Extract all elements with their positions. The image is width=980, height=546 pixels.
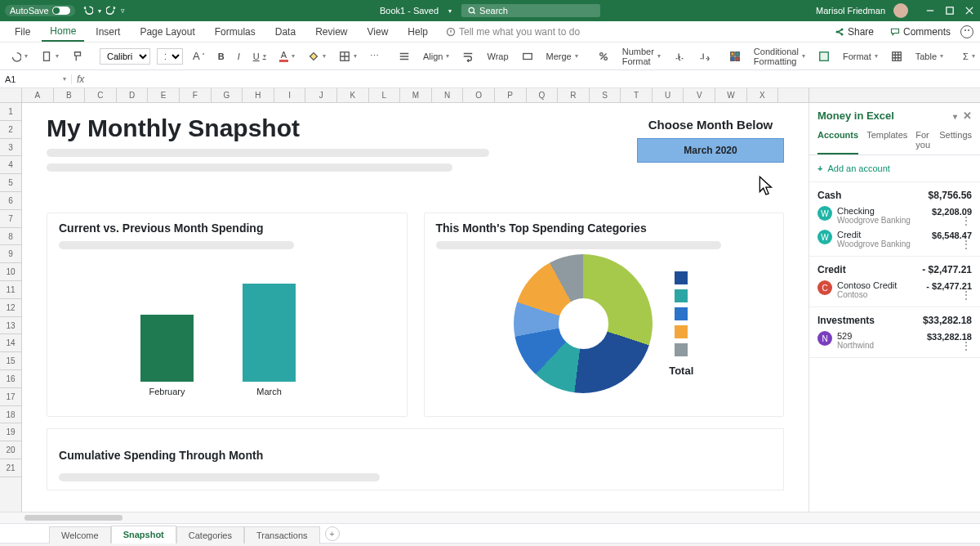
more-icon[interactable]: ⋮ <box>927 342 972 350</box>
row-header[interactable]: 11 <box>0 281 21 299</box>
ribbon-tab-formulas[interactable]: Formulas <box>207 23 264 41</box>
column-header[interactable]: C <box>85 88 117 102</box>
ribbon-tab-insert[interactable]: Insert <box>87 23 128 41</box>
row-header[interactable]: 2 <box>0 121 21 139</box>
paste-button[interactable] <box>38 49 62 64</box>
account-item[interactable]: C Contoso CreditContoso $2,477.21⋮ <box>817 278 972 302</box>
add-account-button[interactable]: + Add an account <box>809 155 980 182</box>
worksheet-area[interactable]: My Monthly Snapshot Choose Month Below M… <box>22 103 808 512</box>
panel-tab-templates[interactable]: Templates <box>866 125 907 154</box>
row-header[interactable]: 14 <box>0 334 21 352</box>
sheet-tab-snapshot[interactable]: Snapshot <box>111 526 176 544</box>
column-header[interactable]: S <box>590 88 621 102</box>
column-header[interactable]: V <box>684 88 715 102</box>
row-header[interactable]: 17 <box>0 388 21 406</box>
align-button[interactable]: Align <box>420 50 452 63</box>
panel-close-icon[interactable]: ✕ <box>963 110 972 122</box>
column-header[interactable]: T <box>621 88 653 102</box>
column-header[interactable]: Q <box>527 88 559 102</box>
horizontal-scrollbar[interactable] <box>0 512 980 523</box>
more-font-button[interactable]: ⋯ <box>367 49 382 63</box>
underline-button[interactable]: U <box>250 50 270 63</box>
close-button[interactable] <box>964 5 975 16</box>
bold-button[interactable]: B <box>215 50 228 63</box>
account-item[interactable]: W CreditWoodgrove Banking $6,548.47⋮ <box>817 227 972 251</box>
account-item[interactable]: W CheckingWoodgrove Banking $2,208.09⋮ <box>817 204 972 227</box>
share-button[interactable]: Share <box>828 23 880 41</box>
percent-icon[interactable] <box>595 49 612 64</box>
more-icon[interactable]: ⋮ <box>926 291 972 299</box>
row-header[interactable]: 19 <box>0 423 21 441</box>
row-header[interactable]: 18 <box>0 406 21 424</box>
row-header[interactable]: 3 <box>0 139 21 157</box>
ribbon-tab-help[interactable]: Help <box>399 23 436 41</box>
column-header[interactable]: L <box>369 88 401 102</box>
row-header[interactable]: 12 <box>0 299 21 317</box>
increase-font-button[interactable]: A˄ <box>189 48 208 64</box>
panel-tab-for-you[interactable]: For you <box>915 125 931 154</box>
column-header[interactable]: U <box>653 88 684 102</box>
row-header[interactable]: 16 <box>0 370 21 388</box>
column-header[interactable]: K <box>337 88 369 102</box>
font-color-button[interactable]: A <box>276 48 298 64</box>
account-item[interactable]: N 529Northwind $33,282.18⋮ <box>817 329 972 352</box>
column-header[interactable]: W <box>715 88 747 102</box>
row-header[interactable]: 13 <box>0 317 21 335</box>
column-header[interactable]: O <box>463 88 495 102</box>
column-header[interactable]: J <box>305 88 337 102</box>
column-header[interactable]: I <box>274 88 306 102</box>
column-header[interactable]: M <box>400 88 432 102</box>
ribbon-tab-home[interactable]: Home <box>42 22 84 42</box>
minimize-button[interactable] <box>924 5 936 16</box>
column-header[interactable]: A <box>22 88 54 102</box>
fx-icon[interactable]: fx <box>72 74 89 85</box>
column-header[interactable]: H <box>243 88 274 102</box>
conditional-formatting-button[interactable]: Conditional Formatting <box>751 45 808 68</box>
undo-split-button[interactable] <box>7 49 31 64</box>
panel-menu-icon[interactable]: ▾ <box>953 112 957 121</box>
format-button[interactable]: Format <box>840 50 881 63</box>
column-header[interactable]: E <box>148 88 180 102</box>
row-header[interactable]: 8 <box>0 228 21 246</box>
formula-input[interactable] <box>89 70 980 87</box>
more-icon[interactable]: ⋮ <box>932 217 972 225</box>
maximize-button[interactable] <box>944 5 956 16</box>
customize-qat-icon[interactable]: ▿ <box>121 7 125 15</box>
avatar[interactable] <box>893 3 908 18</box>
column-header[interactable]: D <box>117 88 149 102</box>
comments-button[interactable]: Comments <box>884 23 957 41</box>
column-header[interactable]: P <box>495 88 527 102</box>
row-header[interactable]: 9 <box>0 245 21 263</box>
merge-button[interactable]: Merge <box>543 50 581 63</box>
row-header[interactable]: 1 <box>0 103 21 121</box>
tell-me-input[interactable]: Tell me what you want to do <box>446 26 580 38</box>
row-header[interactable]: 5 <box>0 174 21 192</box>
format-painter-button[interactable] <box>69 49 87 64</box>
sheet-tab-transactions[interactable]: Transactions <box>244 526 320 544</box>
select-all-corner[interactable] <box>0 88 22 102</box>
undo-icon[interactable] <box>83 5 93 16</box>
row-header[interactable]: 7 <box>0 210 21 228</box>
panel-tab-settings[interactable]: Settings <box>939 125 972 154</box>
column-header[interactable]: X <box>747 88 779 102</box>
ribbon-tab-page-layout[interactable]: Page Layout <box>131 23 203 41</box>
sheet-tab-welcome[interactable]: Welcome <box>49 526 111 544</box>
table-button[interactable]: Table <box>912 50 947 63</box>
name-box[interactable]: A1▾ <box>0 74 72 84</box>
feedback-icon[interactable] <box>960 25 973 38</box>
decrease-decimal-button[interactable] <box>695 49 713 64</box>
column-header[interactable]: F <box>180 88 212 102</box>
font-name-select[interactable]: Calibri <box>100 48 150 65</box>
user-name[interactable]: Marisol Friedman <box>816 6 885 16</box>
panel-tab-accounts[interactable]: Accounts <box>817 125 858 154</box>
autosave-toggle[interactable]: AutoSave <box>5 5 75 16</box>
add-sheet-button[interactable]: + <box>325 526 340 541</box>
sheet-tab-categories[interactable]: Categories <box>176 526 244 544</box>
autosum-button[interactable]: Σ <box>960 50 978 63</box>
row-header[interactable]: 15 <box>0 352 21 370</box>
month-selector-button[interactable]: March 2020 <box>637 138 784 163</box>
column-header[interactable]: G <box>212 88 243 102</box>
row-header[interactable]: 6 <box>0 192 21 210</box>
row-header[interactable]: 4 <box>0 156 21 174</box>
ribbon-tab-review[interactable]: Review <box>307 23 355 41</box>
